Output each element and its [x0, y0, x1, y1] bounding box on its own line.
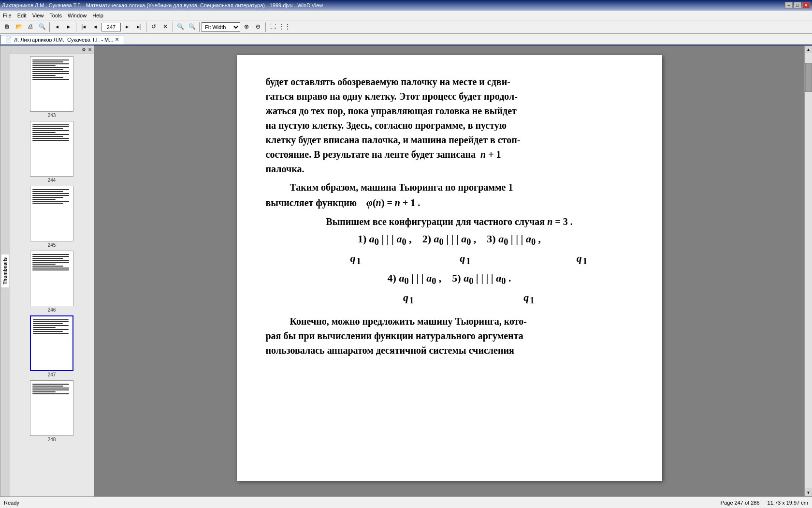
thumbnail-244[interactable]: 244 [12, 121, 92, 183]
toolbar-sep4 [173, 22, 173, 32]
vertical-scrollbar: ▲ ▼ [804, 45, 812, 496]
thumb-line [32, 389, 69, 390]
refresh-button[interactable]: ↺ [148, 22, 159, 32]
paragraph-3: Выпишем все конфигурации для частного сл… [266, 214, 633, 229]
thumbnail-247[interactable]: 247 [12, 315, 92, 377]
thumb-image-245 [30, 186, 73, 241]
scroll-down-button[interactable]: ▼ [805, 489, 812, 496]
menu-file[interactable]: File [0, 12, 14, 19]
thumb-line [32, 258, 63, 259]
status-left: Ready [4, 500, 19, 506]
thumb-line [32, 201, 69, 202]
toolbar-sep1 [49, 22, 50, 32]
tab-icon: 📄 [5, 36, 12, 43]
thumb-image-248 [30, 380, 73, 436]
new-button[interactable]: 🗎 [2, 22, 13, 32]
thumb-line [33, 325, 69, 326]
last-page-button[interactable]: ▸| [133, 22, 144, 32]
thumb-page-label-248: 248 [48, 437, 56, 442]
thumb-line [32, 193, 69, 194]
find-button[interactable]: 🔍 [37, 22, 47, 32]
tab-label: Л. Лихтарников Л.М., Сукачева Т.Г. - М..… [14, 37, 113, 43]
main-area: Thumbnails ⚙ ✕ [0, 45, 812, 496]
menu-edit[interactable]: Edit [14, 12, 29, 19]
thumb-line [32, 199, 56, 200]
thumb-line [32, 61, 63, 62]
thumbnails-panel: ⚙ ✕ [10, 45, 94, 496]
thumbnails-list: 243 244 [10, 54, 94, 447]
formula-configs-2: 4) a0 | | | a0 , 5) a0 | | | | a0 . [266, 272, 633, 286]
fit-width-select[interactable]: Fit Width Fit Page Fit Height 75% 100% 1… [202, 22, 240, 32]
thumb-line [32, 262, 69, 263]
thumb-line [32, 79, 69, 80]
thumb-page-label-243: 243 [48, 113, 56, 118]
thumb-line [32, 138, 69, 139]
close-button[interactable]: ✕ [802, 2, 810, 9]
fullscreen-button[interactable]: ⛶ [268, 22, 278, 32]
forward-button[interactable]: ▸ [63, 22, 74, 32]
menu-help[interactable]: Help [89, 12, 106, 19]
thumb-line [32, 73, 69, 74]
side-tabs-panel: Thumbnails [0, 45, 10, 496]
thumb-page-label-245: 245 [48, 242, 56, 248]
open-button[interactable]: 📂 [14, 22, 24, 32]
formula-q1-line1: q1 q1 q1 [266, 252, 633, 267]
thumb-line [32, 126, 69, 127]
tab-close-button[interactable]: ✕ [115, 37, 119, 42]
thumb-line [32, 203, 63, 204]
print-button[interactable]: 🖨 [25, 22, 36, 32]
thumb-line [32, 256, 69, 257]
back-button[interactable]: ◂ [52, 22, 62, 32]
minimize-button[interactable]: − [785, 2, 793, 9]
zoom-plus-button[interactable]: ⊕ [241, 22, 252, 32]
thumb-line [32, 189, 69, 190]
panel-controls: ⚙ ✕ [82, 47, 92, 52]
thumb-image-246 [30, 251, 73, 306]
thumb-line [32, 384, 69, 385]
paragraph-1: будет оставлять обозреваемую палочку на … [266, 75, 633, 176]
thumb-line [33, 327, 56, 328]
toolbar-sep5 [199, 22, 200, 32]
thumbnail-248[interactable]: 248 [12, 380, 92, 442]
layout-button[interactable]: ⋮⋮ [279, 22, 290, 32]
thumb-line [32, 128, 63, 129]
panel-header: ⚙ ✕ [10, 45, 94, 54]
thumb-line [32, 268, 69, 269]
thumb-line [32, 393, 69, 394]
thumb-line [32, 136, 63, 137]
formula-q1-line2: q1 q1 [266, 291, 633, 306]
thumb-line [32, 197, 63, 198]
stop-button[interactable]: ✕ [160, 22, 171, 32]
thumb-line [32, 65, 56, 66]
page-number-input[interactable]: 247 [102, 23, 121, 31]
menubar: File Edit View Tools Window Help [0, 11, 812, 20]
thumb-line [32, 391, 56, 392]
thumb-line [32, 77, 63, 78]
panel-close-icon[interactable]: ✕ [88, 47, 92, 52]
thumbnail-243[interactable]: 243 [12, 56, 92, 118]
zoom-minus-button[interactable]: ⊖ [253, 22, 263, 32]
prev-page-button[interactable]: ◂ [90, 22, 101, 32]
thumb-page-label-247: 247 [48, 372, 56, 377]
menu-tools[interactable]: Tools [46, 12, 65, 19]
thumb-image-247 [30, 315, 73, 371]
content-area: будет оставлять обозреваемую палочку на … [94, 45, 804, 496]
scroll-up-button[interactable]: ▲ [805, 45, 812, 53]
thumb-page-label-246: 246 [48, 307, 56, 313]
first-page-button[interactable]: |◂ [78, 22, 89, 32]
menu-view[interactable]: View [29, 12, 47, 19]
panel-settings-icon[interactable]: ⚙ [82, 47, 86, 52]
thumbnail-245[interactable]: 245 [12, 186, 92, 248]
toolbar-sep3 [146, 22, 146, 32]
scroll-thumb[interactable] [805, 63, 812, 92]
menu-window[interactable]: Window [65, 12, 89, 19]
thumbnail-246[interactable]: 246 [12, 251, 92, 313]
thumb-line [33, 319, 69, 320]
thumbnails-tab[interactable]: Thumbnails [1, 254, 9, 287]
zoom-out-button[interactable]: 🔍 [187, 22, 197, 32]
zoom-in-button[interactable]: 🔍 [175, 22, 186, 32]
document-tab[interactable]: 📄 Л. Лихтарников Л.М., Сукачева Т.Г. - М… [0, 35, 124, 45]
thumb-line [33, 323, 63, 324]
next-page-button[interactable]: ▸ [122, 22, 132, 32]
maximize-button[interactable]: □ [794, 2, 801, 9]
